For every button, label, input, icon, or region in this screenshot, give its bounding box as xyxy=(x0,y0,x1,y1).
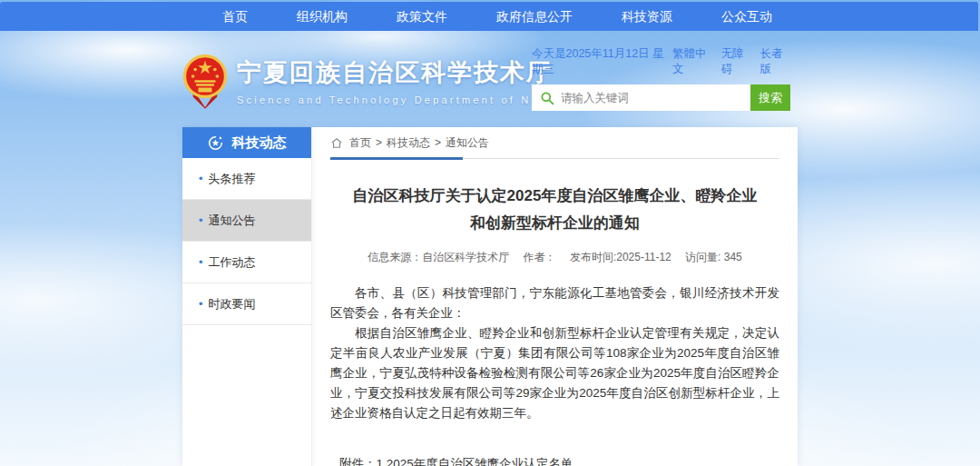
bullet-icon: • xyxy=(199,255,203,269)
article-title-line1: 自治区科技厅关于认定2025年度自治区雏鹰企业、瞪羚企业 xyxy=(330,183,779,210)
attachments: 附件： 1.2025年度自治区雏鹰企业认定名单 2.2025年度自治区瞪羚企业认… xyxy=(330,454,779,466)
national-emblem-icon xyxy=(182,53,228,109)
meta-publish-date: 发布时间:2025-11-12 xyxy=(570,251,671,263)
nav-item-gov-info-disclosure[interactable]: 政府信息公开 xyxy=(472,2,597,31)
sci-tech-news-icon xyxy=(208,135,223,151)
article-area: 首页 > 科技动态 > 通知公告 自治区科技厅关于认定2025年度自治区雏鹰企业… xyxy=(312,127,798,466)
meta-source: 信息来源：自治区科学技术厅 xyxy=(368,251,509,263)
nav-item-policy-documents[interactable]: 政策文件 xyxy=(372,2,472,31)
site-title: 宁夏回族自治区科学技术厅 xyxy=(237,56,574,89)
nav-item-public-interaction[interactable]: 公众互动 xyxy=(697,2,797,31)
search-input[interactable] xyxy=(561,92,742,104)
link-elderly-version[interactable]: 长者版 xyxy=(760,46,790,77)
search-bar: 搜索 xyxy=(532,84,790,111)
article-title-line2: 和创新型标杆企业的通知 xyxy=(330,210,779,237)
sidebar-item-headlines[interactable]: • 头条推荐 xyxy=(182,158,311,200)
breadcrumb-home[interactable]: 首页 xyxy=(349,135,371,151)
breadcrumb: 首页 > 科技动态 > 通知公告 xyxy=(330,127,779,159)
bullet-icon: • xyxy=(199,297,203,311)
home-icon xyxy=(330,137,343,149)
site-header: 宁夏回族自治区科学技术厅 Science and Technology Depa… xyxy=(0,31,980,127)
link-accessibility[interactable]: 无障碍 xyxy=(721,46,752,77)
breadcrumb-separator: > xyxy=(376,136,382,149)
current-date: 今天是2025年11月12日 星期三 xyxy=(532,46,672,77)
sidebar-item-label: 通知公告 xyxy=(209,213,256,229)
nav-item-sci-tech-resources[interactable]: 科技资源 xyxy=(597,2,697,31)
sidebar-item-label: 头条推荐 xyxy=(209,171,256,187)
sidebar-header: 科技动态 xyxy=(182,127,311,158)
nav-item-organization[interactable]: 组织机构 xyxy=(272,2,372,31)
sidebar-item-label: 工作动态 xyxy=(209,254,256,271)
bullet-icon: • xyxy=(199,172,203,185)
sidebar-item-notices[interactable]: • 通知公告 xyxy=(182,200,311,242)
sidebar-item-work-trends[interactable]: • 工作动态 xyxy=(182,242,311,283)
meta-views: 访问量: 345 xyxy=(685,251,742,263)
breadcrumb-current[interactable]: 通知公告 xyxy=(446,135,489,151)
sidebar: 科技动态 • 头条推荐 • 通知公告 • 工作动态 • 时政要闻 xyxy=(182,127,312,466)
search-button[interactable]: 搜索 xyxy=(750,84,790,111)
article-paragraph: 根据自治区雏鹰企业、瞪羚企业和创新型标杆企业认定管理有关规定，决定认定半亩良人农… xyxy=(330,323,779,423)
search-icon xyxy=(540,91,554,105)
breadcrumb-separator: > xyxy=(435,136,441,149)
article-meta: 信息来源：自治区科学技术厅 作者： 发布时间:2025-11-12 访问量: 3… xyxy=(330,250,779,265)
attachments-label: 附件： xyxy=(339,454,377,466)
content-container: 科技动态 • 头条推荐 • 通知公告 • 工作动态 • 时政要闻 首页 > 科技… xyxy=(182,127,798,466)
bullet-icon: • xyxy=(199,213,203,227)
sidebar-title: 科技动态 xyxy=(232,134,287,152)
site-logo[interactable]: 宁夏回族自治区科学技术厅 Science and Technology Depa… xyxy=(182,53,574,109)
attachment-link-1[interactable]: 1.2025年度自治区雏鹰企业认定名单 xyxy=(377,454,610,466)
article-title: 自治区科技厅关于认定2025年度自治区雏鹰企业、瞪羚企业 和创新型标杆企业的通知 xyxy=(330,183,779,237)
sidebar-item-label: 时政要闻 xyxy=(209,296,256,312)
top-navigation: 首页 组织机构 政策文件 政府信息公开 科技资源 公众互动 xyxy=(0,2,978,31)
meta-author: 作者： xyxy=(524,251,556,263)
site-subtitle: Science and Technology Department of Nin… xyxy=(237,94,574,105)
link-traditional-chinese[interactable]: 繁體中文 xyxy=(672,46,713,77)
article-paragraph: 各市、县（区）科技管理部门，宁东能源化工基地管委会，银川经济技术开发区管委会，各… xyxy=(330,283,779,323)
sidebar-item-current-politics[interactable]: • 时政要闻 xyxy=(182,283,311,325)
nav-item-home[interactable]: 首页 xyxy=(198,2,272,31)
breadcrumb-sci-tech-news[interactable]: 科技动态 xyxy=(387,135,430,151)
article-body: 各市、县（区）科技管理部门，宁东能源化工基地管委会，银川经济技术开发区管委会，各… xyxy=(330,283,779,423)
